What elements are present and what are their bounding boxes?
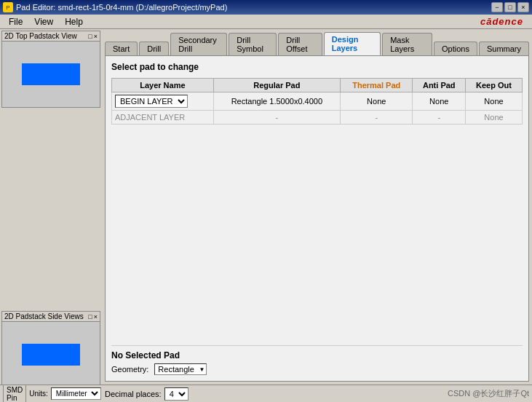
units-dropdown[interactable]: Millimeter <box>51 387 101 400</box>
right-status-bar: Decimal places: 4 2 3 5 CSDN @长沙红胖子Qt <box>102 385 532 402</box>
begin-layer-anti-pad: None <box>413 92 466 111</box>
tabs-bar: Start Drill Secondary Drill Drill Symbol… <box>102 29 532 55</box>
top-padstack-canvas <box>2 42 100 107</box>
maximize-button[interactable]: □ <box>504 2 516 12</box>
left-panel: 2D Top Padstack View □ × 2D Padstack Sid… <box>0 29 102 402</box>
content-area: Select pad to change Layer Name Regular … <box>105 55 529 382</box>
tab-secondary-drill[interactable]: Secondary Drill <box>170 33 227 55</box>
col-anti-pad: Anti Pad <box>413 79 466 92</box>
right-panel: Start Drill Secondary Drill Drill Symbol… <box>102 29 532 402</box>
tab-drill[interactable]: Drill <box>139 42 169 55</box>
top-padstack-view-panel: 2D Top Padstack View □ × <box>1 31 100 108</box>
decimal-dropdown[interactable]: 4 2 3 5 <box>164 387 188 401</box>
table-spacer <box>111 125 523 339</box>
tab-mask-layers[interactable]: Mask Layers <box>382 33 432 55</box>
csdn-watermark: CSDN @长沙红胖子Qt <box>448 388 529 399</box>
pad-rectangle-top <box>22 63 80 85</box>
col-layer-name: Layer Name <box>112 79 214 92</box>
table-row: BEGIN LAYER Rectangle 1.5000x0.4000 None… <box>112 92 523 111</box>
adjacent-layer-regular-pad: - <box>213 111 340 125</box>
top-view-close-icon[interactable]: × <box>94 33 98 40</box>
tab-summary[interactable]: Summary <box>479 42 529 55</box>
adjacent-layer-name: ADJACENT LAYER <box>112 111 214 125</box>
table-row: ADJACENT LAYER - - - None <box>112 111 523 125</box>
menu-view[interactable]: View <box>28 15 59 28</box>
left-status-bar: SMD Pin Units: Millimeter <box>0 385 102 402</box>
tab-design-layers[interactable]: Design Layers <box>324 32 381 55</box>
top-padstack-view-title: 2D Top Padstack View <box>4 32 77 40</box>
begin-layer-thermal-pad: None <box>340 92 413 111</box>
col-thermal-pad: Thermal Pad <box>340 79 413 92</box>
geometry-label: Geometry: <box>111 365 148 374</box>
tab-drill-offset[interactable]: Drill Offset <box>278 33 322 55</box>
top-padstack-view-header: 2D Top Padstack View □ × <box>2 31 100 42</box>
side-view-close-icon[interactable]: × <box>94 313 98 320</box>
begin-layer-keep-out: None <box>466 92 523 111</box>
tab-start[interactable]: Start <box>105 42 138 55</box>
window-title: Pad Editor: smd-rect-1r5-0r4-mm (D:/alle… <box>16 3 227 12</box>
begin-layer-dropdown[interactable]: BEGIN LAYER <box>115 95 188 108</box>
top-view-maximize-icon[interactable]: □ <box>88 33 92 40</box>
app-icon: P <box>3 2 13 12</box>
side-view-maximize-icon[interactable]: □ <box>88 313 92 320</box>
begin-layer-regular-pad[interactable]: Rectangle 1.5000x0.4000 <box>213 92 340 111</box>
side-padstack-view-panel: 2D Padstack Side Views □ × <box>1 311 100 388</box>
begin-layer-cell: BEGIN LAYER <box>112 92 214 111</box>
col-keep-out: Keep Out <box>466 79 523 92</box>
side-padstack-canvas <box>2 322 100 387</box>
adjacent-layer-keep-out: None <box>466 111 523 125</box>
minimize-button[interactable]: − <box>491 2 503 12</box>
col-regular-pad: Regular Pad <box>213 79 340 92</box>
adjacent-layer-thermal-pad: - <box>340 111 413 125</box>
side-padstack-view-title: 2D Padstack Side Views <box>4 312 84 320</box>
pad-rectangle-side <box>22 344 80 366</box>
decimal-label: Decimal places: <box>105 390 162 398</box>
units-label: Units: <box>29 390 48 398</box>
menu-help[interactable]: Help <box>59 15 89 28</box>
title-bar: P Pad Editor: smd-rect-1r5-0r4-mm (D:/al… <box>0 0 532 15</box>
left-panel-spacer <box>0 109 102 310</box>
geometry-select-wrap: Rectangle Circle Oblong Square Oval None <box>154 363 207 375</box>
side-padstack-view-header: 2D Padstack Side Views □ × <box>2 312 100 322</box>
geometry-select[interactable]: Rectangle Circle Oblong Square Oval None <box>154 363 207 375</box>
bottom-form: No Selected Pad Geometry: Rectangle Circ… <box>111 345 523 375</box>
tab-options[interactable]: Options <box>434 42 477 55</box>
smd-pin-label: SMD Pin <box>3 385 26 403</box>
menu-bar: File View Help cādence <box>0 15 532 29</box>
geometry-row: Geometry: Rectangle Circle Oblong Square… <box>111 363 523 375</box>
layer-table: Layer Name Regular Pad Thermal Pad Anti … <box>111 78 523 125</box>
no-selected-pad-label: No Selected Pad <box>111 350 523 360</box>
tab-drill-symbol[interactable]: Drill Symbol <box>229 33 277 55</box>
cadence-logo: cādence <box>480 16 529 27</box>
main-layout: 2D Top Padstack View □ × 2D Padstack Sid… <box>0 29 532 402</box>
close-button[interactable]: × <box>517 2 529 12</box>
menu-file[interactable]: File <box>3 15 28 28</box>
adjacent-layer-anti-pad: - <box>413 111 466 125</box>
decimal-section: Decimal places: 4 2 3 5 <box>105 387 188 401</box>
window-controls: − □ × <box>491 2 529 12</box>
select-pad-title: Select pad to change <box>111 62 523 72</box>
